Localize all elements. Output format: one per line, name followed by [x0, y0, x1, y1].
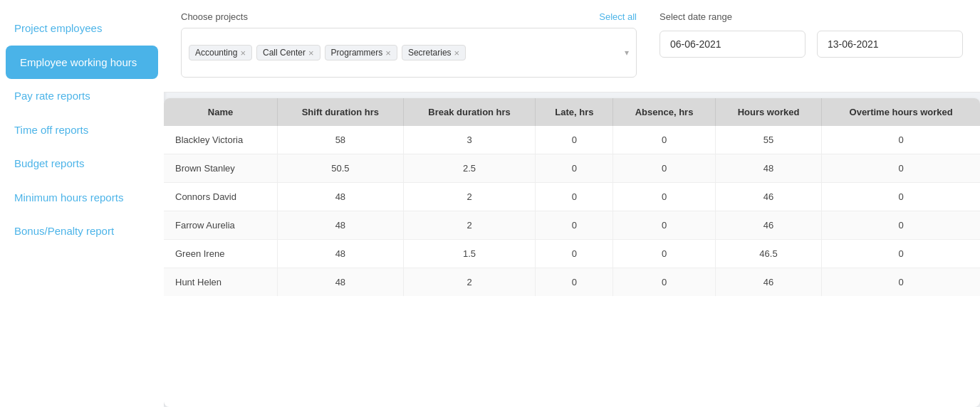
date-end-input[interactable]: [817, 31, 963, 58]
cell-value: 48: [278, 183, 404, 211]
cell-value: 0: [536, 240, 613, 268]
tags-input-container[interactable]: Accounting×Call Center×Programmers×Secre…: [181, 28, 637, 78]
tag-programmers[interactable]: Programmers×: [325, 45, 397, 60]
date-start-input[interactable]: [660, 31, 806, 58]
col-header-shift-duration-hrs: Shift duration hrs: [278, 98, 404, 126]
date-range-group: Select date range: [660, 11, 963, 58]
cell-name: Blackley Victoria: [164, 126, 278, 154]
cell-value: 0: [613, 211, 715, 240]
cell-value: 58: [278, 126, 404, 154]
cell-value: 0: [613, 183, 715, 211]
sidebar-item-minimum-hours-reports[interactable]: Minimum hours reports: [0, 181, 164, 215]
select-all-link[interactable]: Select all: [599, 11, 637, 22]
sidebar-item-project-employees[interactable]: Project employees: [0, 11, 164, 46]
cell-value: 0: [822, 211, 980, 240]
col-header-late-hrs: Late, hrs: [536, 98, 613, 126]
sidebar-item-pay-rate-reports[interactable]: Pay rate reports: [0, 79, 164, 113]
table-header: NameShift duration hrsBreak duration hrs…: [164, 98, 980, 126]
cell-value: 0: [536, 154, 613, 183]
cell-value: 46.5: [715, 240, 822, 268]
dropdown-arrow-icon: ▾: [625, 48, 629, 58]
filter-panel: Choose projects Select all Accounting×Ca…: [164, 0, 980, 92]
cell-value: 55: [715, 126, 822, 154]
choose-projects-label: Choose projects: [181, 11, 248, 22]
cell-value: 1.5: [403, 240, 536, 268]
tag-secretaries[interactable]: Secretaries×: [402, 45, 466, 60]
cell-value: 0: [822, 183, 980, 211]
cell-value: 0: [536, 126, 613, 154]
cell-value: 0: [613, 126, 715, 154]
sidebar-item-time-off-reports[interactable]: Time off reports: [0, 113, 164, 147]
cell-value: 46: [715, 183, 822, 211]
cell-value: 48: [715, 154, 822, 183]
col-header-hours-worked: Hours worked: [715, 98, 822, 126]
tag-close-icon[interactable]: ×: [240, 48, 246, 58]
cell-value: 0: [822, 268, 980, 297]
tag-close-icon[interactable]: ×: [385, 48, 391, 58]
tag-call-center[interactable]: Call Center×: [256, 45, 320, 60]
table-row: Connors David48200460: [164, 183, 980, 211]
tag-accounting[interactable]: Accounting×: [189, 45, 252, 60]
tag-close-icon[interactable]: ×: [308, 48, 314, 58]
report-table-wrapper: NameShift duration hrsBreak duration hrs…: [164, 98, 980, 407]
cell-value: 46: [715, 211, 822, 240]
cell-value: 0: [822, 126, 980, 154]
cell-name: Hunt Helen: [164, 268, 278, 297]
cell-value: 0: [613, 154, 715, 183]
cell-value: 2: [403, 183, 536, 211]
sidebar-item-employee-working-hours[interactable]: Employee working hours: [6, 46, 158, 80]
tag-close-icon[interactable]: ×: [454, 48, 460, 58]
col-header-name: Name: [164, 98, 278, 126]
cell-value: 0: [822, 240, 980, 268]
cell-value: 48: [278, 240, 404, 268]
cell-value: 0: [536, 211, 613, 240]
cell-name: Green Irene: [164, 240, 278, 268]
project-filter-group: Choose projects Select all Accounting×Ca…: [181, 11, 637, 78]
sidebar-item-bonus-penalty-report[interactable]: Bonus/Penalty report: [0, 214, 164, 248]
cell-value: 0: [536, 183, 613, 211]
cell-name: Farrow Aurelia: [164, 211, 278, 240]
cell-value: 46: [715, 268, 822, 297]
cell-value: 50.5: [278, 154, 404, 183]
table-header-row: NameShift duration hrsBreak duration hrs…: [164, 98, 980, 126]
cell-value: 48: [278, 268, 404, 297]
main-content: Choose projects Select all Accounting×Ca…: [164, 0, 980, 407]
projects-filter-label: Choose projects Select all: [181, 11, 637, 22]
cell-value: 3: [403, 126, 536, 154]
table-row: Farrow Aurelia48200460: [164, 211, 980, 240]
table-row: Green Irene481.50046.50: [164, 240, 980, 268]
table-row: Hunt Helen48200460: [164, 268, 980, 297]
cell-name: Connors David: [164, 183, 278, 211]
sidebar-item-budget-reports[interactable]: Budget reports: [0, 147, 164, 181]
col-header-absence-hrs: Absence, hrs: [613, 98, 715, 126]
table-row: Blackley Victoria58300550: [164, 126, 980, 154]
cell-value: 0: [613, 268, 715, 297]
report-table: NameShift duration hrsBreak duration hrs…: [164, 98, 980, 296]
date-range-label: Select date range: [660, 11, 963, 22]
cell-value: 0: [822, 154, 980, 183]
table-body: Blackley Victoria58300550Brown Stanley50…: [164, 126, 980, 296]
cell-value: 0: [613, 240, 715, 268]
sidebar: Project employeesEmployee working hoursP…: [0, 0, 164, 407]
cell-name: Brown Stanley: [164, 154, 278, 183]
cell-value: 0: [536, 268, 613, 297]
col-header-overtime-hours-worked: Overtime hours worked: [822, 98, 980, 126]
col-header-break-duration-hrs: Break duration hrs: [403, 98, 536, 126]
table-row: Brown Stanley50.52.500480: [164, 154, 980, 183]
cell-value: 2: [403, 268, 536, 297]
cell-value: 2.5: [403, 154, 536, 183]
cell-value: 48: [278, 211, 404, 240]
cell-value: 2: [403, 211, 536, 240]
date-range-row: [660, 31, 963, 58]
